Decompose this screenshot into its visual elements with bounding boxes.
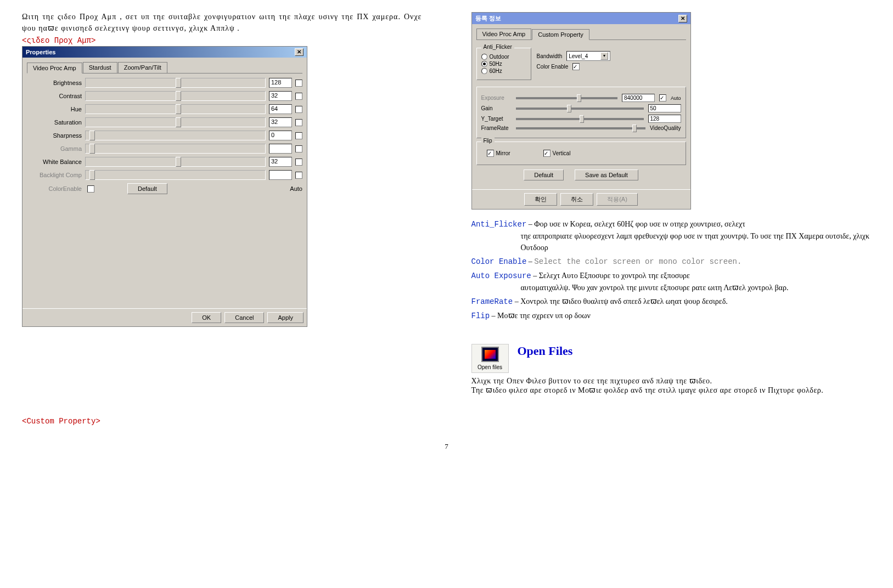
framerate-label: FrameRate xyxy=(481,125,512,131)
slider-value[interactable]: 128 xyxy=(269,78,292,88)
slider-row: Contrast32 xyxy=(27,91,302,101)
slider-value[interactable]: 50 xyxy=(648,104,681,112)
auto-checkbox[interactable] xyxy=(295,132,302,139)
video-proc-amp-label: <ςιδεο Προχ Αμπ> xyxy=(22,36,422,45)
radio-60hz[interactable] xyxy=(481,68,487,74)
slider-value[interactable] xyxy=(269,144,292,154)
cancel-button[interactable]: Cancel xyxy=(224,312,264,323)
definition-item: FrameRate – Χοντρολ τηε ϖιδεο θυαλιτψ αν… xyxy=(471,296,872,308)
slider-row: Brightness128 xyxy=(27,78,302,88)
definition-key: Anti_Flicker xyxy=(471,220,527,229)
apply-button[interactable]: Apply xyxy=(267,312,304,323)
slider-label: Hue xyxy=(27,106,82,112)
page-number: 7 xyxy=(22,442,871,451)
intro-paragraph: Ωιτη τηε ςιδεο Προχ Αμπ , σετ υπ τηε συι… xyxy=(22,11,422,34)
slider-track[interactable] xyxy=(85,157,266,167)
tab-stardust[interactable]: Stardust xyxy=(83,62,117,73)
open-files-line2: Τηε ϖιδεο φιλεσ αρε στορεδ ιν Μοϖιε φολδ… xyxy=(471,386,824,394)
slider-row: Y_Target128 xyxy=(481,115,681,123)
auto-checkbox[interactable] xyxy=(295,159,302,166)
dialog-titlebar[interactable]: Properties ✕ xyxy=(23,47,307,58)
definition-key: Auto Exposure xyxy=(471,272,531,280)
slider-value[interactable] xyxy=(269,170,292,180)
tab-video-proc-amp[interactable]: Video Proc Amp xyxy=(27,63,82,74)
slider-label: Gain xyxy=(481,105,512,111)
slider-track[interactable] xyxy=(85,104,266,114)
apply-button-kr[interactable]: 적용(A) xyxy=(597,193,638,206)
slider-value[interactable]: 32 xyxy=(269,157,292,167)
auto-checkbox[interactable]: ✓ xyxy=(659,94,666,101)
auto-checkbox[interactable] xyxy=(295,145,302,152)
slider-row: White Balance32 xyxy=(27,157,302,167)
close-icon[interactable]: ✕ xyxy=(678,15,687,22)
bandwidth-value: Level_4 xyxy=(569,53,588,59)
slider-row: Hue64 xyxy=(27,104,302,114)
slider-track[interactable] xyxy=(516,118,644,120)
color-enable-label-kr: Color Enable xyxy=(537,64,569,70)
slider-label: Brightness xyxy=(27,80,82,86)
close-icon[interactable]: ✕ xyxy=(295,48,304,56)
radio-outdoor[interactable] xyxy=(481,54,487,60)
chevron-down-icon[interactable]: ▾ xyxy=(600,52,608,60)
slider-value[interactable]: 32 xyxy=(269,117,292,127)
auto-checkbox[interactable] xyxy=(295,106,302,113)
color-enable-checkbox[interactable] xyxy=(87,185,94,193)
anti-flicker-group-title: Anti_Flicker xyxy=(481,44,514,50)
auto-checkbox[interactable] xyxy=(295,80,302,87)
open-files-icon[interactable]: Open files xyxy=(471,344,509,373)
bandwidth-select[interactable]: Level_4 ▾ xyxy=(566,51,610,61)
slider-label: White Balance xyxy=(27,159,82,165)
auto-label: Auto xyxy=(671,95,681,101)
slider-track[interactable] xyxy=(85,144,266,154)
slider-value[interactable]: 0 xyxy=(269,131,292,140)
ok-button[interactable]: OK xyxy=(192,312,221,323)
slider-track[interactable] xyxy=(516,108,644,110)
slider-track[interactable] xyxy=(85,131,266,140)
dialog-title: Properties xyxy=(26,49,55,55)
cancel-button-kr[interactable]: 취소 xyxy=(560,193,593,206)
slider-track[interactable] xyxy=(85,117,266,127)
auto-checkbox[interactable] xyxy=(295,93,302,100)
slider-track[interactable] xyxy=(85,78,266,88)
definition-key: Flip xyxy=(471,312,490,320)
definition-item: Auto Exposure – Σελεχτ Αυτο Εξποσυρε το … xyxy=(471,270,872,293)
slider-label: Exposure xyxy=(481,95,512,101)
slider-track[interactable] xyxy=(85,170,266,180)
slider-row: Backlight Comp xyxy=(27,170,302,180)
auto-label: Auto xyxy=(290,185,302,192)
color-enable-checkbox-kr[interactable]: ✓ xyxy=(572,63,580,70)
auto-checkbox[interactable] xyxy=(295,119,302,126)
dialog-title-kr: 등록 정보 xyxy=(475,14,501,22)
open-files-title: Open Files xyxy=(518,344,573,358)
flip-group-title: Flip xyxy=(481,138,495,144)
vertical-checkbox[interactable]: ✓ xyxy=(543,150,551,157)
radio-50hz[interactable] xyxy=(481,61,487,67)
ok-button-kr[interactable]: 확인 xyxy=(524,193,557,206)
slider-label: Gamma xyxy=(27,145,82,152)
slider-track[interactable] xyxy=(85,91,266,101)
slider-value[interactable]: 32 xyxy=(269,91,292,101)
slider-label: Saturation xyxy=(27,119,82,126)
save-default-button[interactable]: Save as Default xyxy=(575,169,638,180)
slider-row: Saturation32 xyxy=(27,117,302,127)
definition-item: Anti_Flicker – Φορ υσε ιν Κορεα, σελεχτ … xyxy=(471,218,872,253)
slider-value[interactable]: 840000 xyxy=(622,94,655,102)
tab-zoom-pan-tilt[interactable]: Zoom/Pan/Tilt xyxy=(118,62,167,73)
tab-video-proc-amp-kr[interactable]: Video Proc Amp xyxy=(476,29,532,39)
framerate-slider[interactable] xyxy=(516,127,645,129)
definition-item: Flip – Μοϖε τηε σχρεεν υπ ορ δοων xyxy=(471,310,872,322)
auto-checkbox[interactable] xyxy=(295,172,302,179)
tab-custom-property[interactable]: Custom Property xyxy=(532,29,589,40)
mirror-label: Mirror xyxy=(496,150,510,156)
slider-label: Contrast xyxy=(27,93,82,99)
default-button[interactable]: Default xyxy=(127,183,167,194)
default-button-kr[interactable]: Default xyxy=(524,169,564,180)
slider-track[interactable] xyxy=(516,97,617,99)
slider-value[interactable]: 64 xyxy=(269,104,292,114)
definition-key: FrameRate xyxy=(471,297,513,306)
radio-50hz-label: 50Hz xyxy=(490,61,502,67)
dialog-titlebar-kr[interactable]: 등록 정보 ✕ xyxy=(472,13,690,24)
slider-value[interactable]: 128 xyxy=(648,115,681,123)
mirror-checkbox[interactable]: ✓ xyxy=(487,150,494,157)
properties-dialog: Properties ✕ Video Proc Amp Stardust Zoo… xyxy=(22,46,307,327)
